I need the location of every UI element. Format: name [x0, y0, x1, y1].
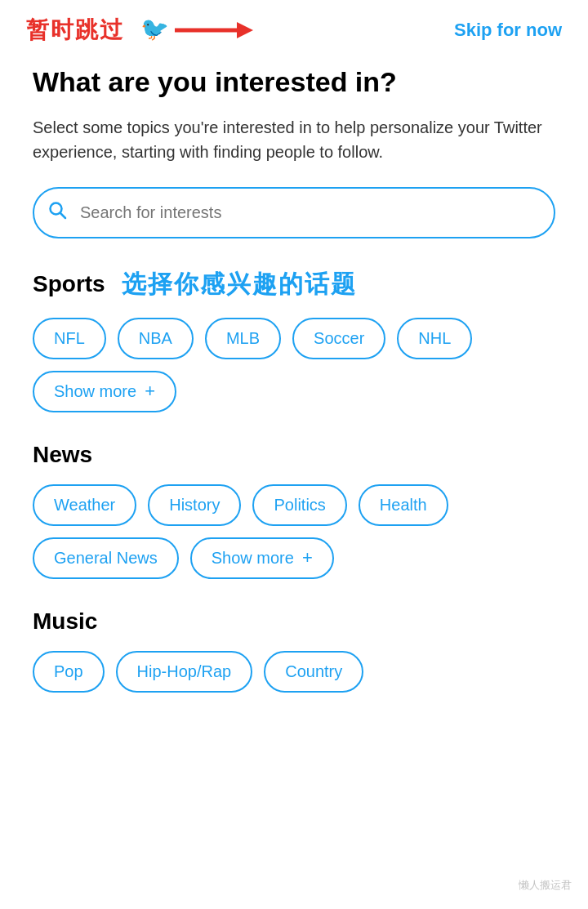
search-input[interactable] [33, 187, 555, 238]
tag-country[interactable]: Country [264, 651, 363, 693]
tag-general-news[interactable]: General News [33, 537, 179, 579]
music-section-title: Music [33, 608, 555, 635]
arrow-icon: 🐦 [132, 16, 263, 45]
tag-nhl[interactable]: NHL [397, 318, 472, 359]
sports-show-more-label: Show more [54, 382, 136, 401]
tag-health[interactable]: Health [359, 484, 448, 526]
arrow-decoration: 🐦 [132, 16, 263, 45]
news-tags-container: Weather History Politics Health General … [33, 484, 555, 579]
tag-weather[interactable]: Weather [33, 484, 136, 526]
chinese-skip-label: 暂时跳过 [26, 15, 124, 46]
tag-nfl[interactable]: NFL [33, 318, 106, 359]
sports-plus-icon: + [145, 382, 155, 400]
main-content: What are you interested in? Select some … [0, 57, 588, 746]
news-show-more-label: Show more [212, 549, 294, 568]
page-title: What are you interested in? [33, 65, 555, 99]
tag-politics[interactable]: Politics [252, 484, 346, 526]
skip-for-now-link[interactable]: Skip for now [454, 20, 562, 41]
sports-section-title: Sports [33, 271, 105, 297]
header: 暂时跳过 🐦 Skip for now [0, 0, 588, 57]
news-show-more-button[interactable]: Show more + [190, 537, 334, 579]
search-icon [47, 200, 67, 225]
svg-line-3 [60, 213, 65, 218]
tag-hip-hop-rap[interactable]: Hip-Hop/Rap [116, 651, 253, 693]
sports-tags-container: NFL NBA MLB Soccer NHL Show more + [33, 318, 555, 412]
news-section-title: News [33, 442, 555, 468]
tag-history[interactable]: History [148, 484, 241, 526]
header-left: 暂时跳过 🐦 [26, 15, 263, 46]
page-description: Select some topics you're interested in … [33, 115, 555, 164]
search-container [33, 187, 555, 238]
music-tags-container: Pop Hip-Hop/Rap Country [33, 651, 555, 693]
news-section: News Weather History Politics Health Gen… [33, 442, 555, 579]
news-plus-icon: + [302, 549, 313, 567]
chinese-select-topics-label: 选择你感兴趣的话题 [122, 268, 357, 301]
sports-section: Sports 选择你感兴趣的话题 NFL NBA MLB Soccer NHL … [33, 268, 555, 412]
tag-nba[interactable]: NBA [118, 318, 194, 359]
tag-soccer[interactable]: Soccer [292, 318, 385, 359]
tag-pop[interactable]: Pop [33, 651, 105, 693]
svg-marker-1 [237, 22, 253, 38]
sports-header-wrap: Sports 选择你感兴趣的话题 [33, 268, 555, 301]
watermark: 懒人搬运君 [519, 878, 572, 893]
twitter-bird-icon: 🐦 [140, 16, 169, 42]
sports-show-more-button[interactable]: Show more + [33, 371, 176, 412]
tag-mlb[interactable]: MLB [205, 318, 281, 359]
music-section: Music Pop Hip-Hop/Rap Country [33, 608, 555, 693]
